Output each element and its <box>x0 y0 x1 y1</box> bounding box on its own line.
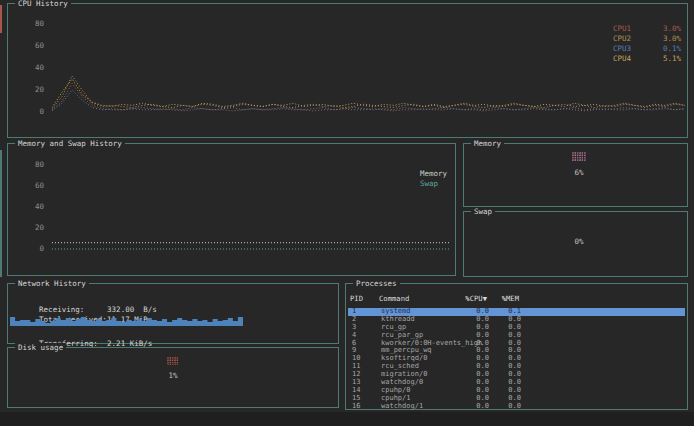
swap-gauge-panel: Swap 0% <box>463 211 688 277</box>
y-tick-label: 20 <box>28 86 44 94</box>
processes-table-body: 1systemd0.00.12kthreadd0.00.03rcu_gp0.00… <box>348 308 685 411</box>
cpu-history-title: CPU History <box>15 0 71 8</box>
cpu-legend-value: 3.0% <box>663 34 681 44</box>
swap-usage-percent: 0% <box>569 238 589 246</box>
process-pid: 4 <box>352 332 381 340</box>
y-tick-label: 0 <box>28 108 44 116</box>
process-pid: 3 <box>352 324 381 332</box>
y-tick-label: 60 <box>28 182 44 190</box>
process-row[interactable]: 16watchdog/10.00.0 <box>348 403 685 411</box>
cpu-legend-entry: CPU45.1% <box>613 54 681 64</box>
left-edge-border-fragment <box>0 150 2 277</box>
left-edge-red-fragment <box>0 5 2 33</box>
cpu-legend-label: CPU4 <box>613 54 631 64</box>
process-cpu: 0.0 <box>467 403 489 411</box>
memory-gauge-title: Memory <box>471 139 504 148</box>
memory-swap-history-title: Memory and Swap History <box>15 139 125 148</box>
network-history-title: Network History <box>15 279 89 288</box>
cpu-legend-label: CPU2 <box>613 34 631 44</box>
memory-usage-dots <box>572 152 586 161</box>
process-pid: 2 <box>352 316 381 324</box>
column-header-cpu-sorted[interactable]: %CPU▼ <box>465 294 487 303</box>
processes-panel: Processes PID Command %CPU▼ %MEM 1system… <box>345 283 688 410</box>
cpu-history-panel: CPU History 806040200 CPU13.0%CPU23.0%CP… <box>7 3 688 138</box>
cpu-legend-entry: CPU23.0% <box>613 34 681 44</box>
memory-gauge-panel: Memory 6% <box>463 143 688 207</box>
process-command: watchdog/1 <box>381 403 467 411</box>
memory-usage-percent: 6% <box>569 169 589 177</box>
cpu-legend-entry: CPU13.0% <box>613 24 681 34</box>
process-mem: 0.0 <box>497 403 521 411</box>
disk-usage-panel: Disk usage 1% <box>7 347 339 408</box>
cpu-legend: CPU13.0%CPU23.0%CPU30.1%CPU45.1% <box>613 24 681 64</box>
y-tick-label: 40 <box>28 203 44 211</box>
network-receiving-sparkline <box>10 314 243 326</box>
cpu-history-chart <box>52 22 685 122</box>
process-pid: 16 <box>352 403 381 411</box>
memswap-legend-entry: Memory <box>420 169 447 179</box>
cpu-legend-value: 5.1% <box>663 54 681 64</box>
y-tick-label: 0 <box>28 245 44 253</box>
cpu-legend-label: CPU3 <box>613 44 631 54</box>
cpu-legend-entry: CPU30.1% <box>613 44 681 54</box>
cpu-legend-label: CPU1 <box>613 24 631 34</box>
y-tick-label: 60 <box>28 42 44 50</box>
processes-table-header: PID Command %CPU▼ %MEM <box>346 294 687 303</box>
cpu-legend-value: 0.1% <box>663 44 681 54</box>
processes-title: Processes <box>353 279 400 288</box>
column-header-pid[interactable]: PID <box>350 294 379 303</box>
system-monitor-screen: CPU History 806040200 CPU13.0%CPU23.0%CP… <box>0 0 694 426</box>
y-tick-label: 80 <box>28 20 44 28</box>
memory-swap-history-panel: Memory and Swap History 806040200 Memory… <box>7 143 456 276</box>
memory-swap-chart <box>52 161 450 256</box>
y-tick-label: 40 <box>28 64 44 72</box>
network-history-panel: Network History Receiving:332.00 B/s Tot… <box>7 283 339 344</box>
disk-usage-title: Disk usage <box>15 343 66 352</box>
swap-gauge-title: Swap <box>471 207 495 216</box>
disk-usage-dots <box>167 357 179 365</box>
memory-swap-legend: MemorySwap <box>420 169 447 189</box>
process-pid: 1 <box>352 308 381 316</box>
disk-usage-percent: 1% <box>163 372 183 380</box>
process-pid: 6 <box>352 340 381 348</box>
y-tick-label: 80 <box>28 161 44 169</box>
y-tick-label: 20 <box>28 224 44 232</box>
column-header-command[interactable]: Command <box>379 294 465 303</box>
cpu-legend-value: 3.0% <box>663 24 681 34</box>
bottom-strip <box>0 412 694 426</box>
column-header-mem[interactable]: %MEM <box>495 294 519 303</box>
memswap-legend-entry: Swap <box>420 179 447 189</box>
